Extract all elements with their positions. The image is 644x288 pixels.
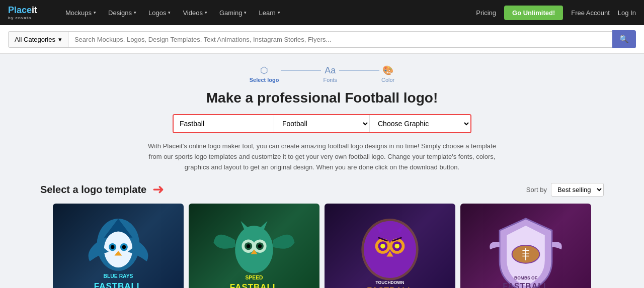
step1-label: Select logo (250, 77, 279, 83)
description-text: With Placeit's online logo maker tool, y… (146, 141, 498, 172)
logo-text-input[interactable] (174, 115, 274, 132)
log-in-link[interactable]: Log In (618, 9, 636, 17)
nav-designs[interactable]: Designs ▾ (103, 6, 141, 20)
fonts-icon: Aa (325, 65, 336, 76)
svg-text:SPEED: SPEED (245, 275, 263, 280)
svg-text:BLUE RAYS: BLUE RAYS (104, 273, 133, 279)
chevron-down-icon: ▾ (94, 10, 96, 15)
sort-by-label: Sort by (526, 186, 547, 194)
svg-text:FASTBALL: FASTBALL (503, 281, 548, 288)
filter-row: Football Basketball Baseball Soccer Hock… (0, 114, 644, 133)
step-divider-2 (339, 70, 379, 71)
wizard-step-3: 🎨 Color (381, 65, 394, 83)
nav-videos[interactable]: Videos ▾ (178, 6, 212, 20)
arrow-right-icon: ➜ (152, 182, 164, 197)
nav-right: Pricing Go Unlimited! Free Account Log I… (476, 6, 636, 20)
logo-svg-4: BOMBS OF FASTBALL (467, 209, 585, 288)
search-button[interactable]: 🔍 (612, 30, 636, 48)
logo-card-bg: BOMBS OF FASTBALL made with Placeit (460, 204, 591, 288)
category-dropdown[interactable]: All Categories ▾ (8, 31, 68, 48)
graphic-select[interactable]: Choose Graphic Eagle Owl Bear Lion Wolf (370, 115, 470, 132)
logo-place: Place (8, 5, 32, 15)
step-divider-1 (281, 70, 321, 71)
navbar: Placeit by envato Mockups ▾ Designs ▾ Lo… (0, 0, 644, 25)
sort-select[interactable]: Best selling (551, 183, 604, 197)
logo-card-bg: BLUE RAYS FASTBALL made with Placeit (53, 204, 184, 288)
logo-by-envato: by envato (8, 16, 37, 20)
svg-point-5 (111, 245, 115, 249)
logo-card[interactable]: TOUCHDOWN FASTBALL made with Placeit (325, 204, 455, 288)
color-icon: 🎨 (382, 65, 393, 76)
svg-point-6 (122, 245, 126, 249)
logo-card[interactable]: BOMBS OF FASTBALL made with Placeit (460, 204, 591, 288)
logo-svg-3: TOUCHDOWN FASTBALL (331, 209, 449, 288)
logo-it: it (32, 5, 37, 15)
svg-point-29 (394, 244, 399, 248)
nav-items: Mockups ▾ Designs ▾ Logos ▾ Videos ▾ Gam… (60, 6, 464, 20)
logo-grid: BLUE RAYS FASTBALL made with Placeit (0, 204, 644, 288)
chevron-down-icon: ▾ (278, 10, 280, 15)
sport-select[interactable]: Football Basketball Baseball Soccer Hock… (274, 115, 370, 132)
search-input[interactable] (68, 31, 612, 48)
wizard-step-2: Aa Fonts (323, 65, 337, 83)
chevron-down-icon: ▾ (205, 10, 207, 15)
chevron-down-icon: ▾ (58, 36, 62, 43)
svg-point-2 (104, 231, 133, 267)
sort-by-row: Sort by Best selling (526, 183, 604, 197)
svg-text:FASTBALL: FASTBALL (230, 282, 278, 288)
svg-point-23 (364, 221, 416, 278)
logo-card-bg: SPEED FASTBALL made with Placeit (189, 204, 319, 288)
go-unlimited-button[interactable]: Go Unlimited! (504, 6, 563, 20)
chevron-down-icon: ▾ (244, 10, 247, 15)
section-title: Select a logo template (40, 184, 146, 196)
logo-icon: ⬡ (260, 65, 268, 76)
nav-logos[interactable]: Logos ▾ (143, 6, 176, 20)
chevron-down-icon: ▾ (168, 10, 171, 15)
template-header: Select a logo template ➜ Sort by Best se… (0, 182, 644, 197)
nav-mockups[interactable]: Mockups ▾ (60, 6, 101, 20)
nav-gaming[interactable]: Gaming ▾ (214, 6, 252, 20)
template-header-left: Select a logo template ➜ (40, 182, 164, 197)
search-bar: All Categories ▾ 🔍 (0, 25, 644, 54)
wizard-steps: ⬡ Select logo Aa Fonts 🎨 Color (0, 59, 644, 86)
chevron-down-icon: ▾ (134, 10, 136, 15)
free-account-link[interactable]: Free Account (571, 9, 610, 17)
logo-card[interactable]: BLUE RAYS FASTBALL made with Placeit (53, 204, 184, 288)
filter-row-inner: Football Basketball Baseball Soccer Hock… (173, 114, 471, 133)
svg-text:FASTBALL: FASTBALL (94, 281, 142, 288)
logo-card-bg: TOUCHDOWN FASTBALL made with Placeit (325, 204, 455, 288)
svg-point-15 (247, 244, 251, 248)
logo-card[interactable]: SPEED FASTBALL made with Placeit (189, 204, 319, 288)
page-title: Make a professional Football logo! (0, 90, 644, 106)
main-content: ⬡ Select logo Aa Fonts 🎨 Color Make a pr… (0, 54, 644, 288)
search-input-wrap (68, 31, 612, 48)
logo-svg-2: SPEED FASTBALL (195, 209, 313, 288)
svg-text:TOUCHDOWN: TOUCHDOWN (376, 280, 405, 285)
svg-text:FASTBALL: FASTBALL (367, 286, 413, 288)
logo-svg-1: BLUE RAYS FASTBALL (59, 209, 177, 288)
svg-text:BOMBS OF: BOMBS OF (514, 275, 537, 280)
svg-point-28 (380, 244, 385, 248)
pricing-link[interactable]: Pricing (476, 9, 496, 17)
wizard-step-1: ⬡ Select logo (250, 65, 279, 83)
category-label: All Categories (15, 36, 55, 43)
step3-label: Color (381, 77, 394, 83)
site-logo[interactable]: Placeit by envato (8, 5, 48, 20)
nav-learn[interactable]: Learn ▾ (254, 6, 285, 20)
svg-point-16 (258, 244, 262, 248)
step2-label: Fonts (323, 77, 337, 83)
